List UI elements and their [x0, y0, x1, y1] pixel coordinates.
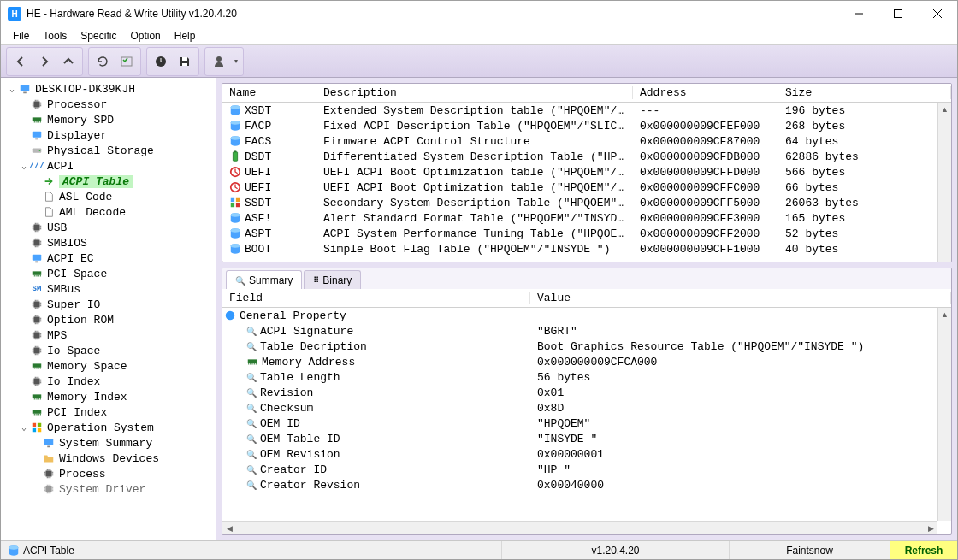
- tree-smbios[interactable]: SMBIOS: [1, 235, 216, 251]
- tree-aml-decode[interactable]: AML Decode: [1, 204, 216, 220]
- save-button[interactable]: [173, 50, 197, 74]
- detail-row[interactable]: Checksum0x8D: [222, 400, 951, 416]
- tree-io-index[interactable]: Io Index: [1, 374, 216, 389]
- detail-group[interactable]: General Property: [222, 308, 951, 323]
- horizontal-scrollbar[interactable]: ◀▶: [222, 521, 937, 534]
- col-value[interactable]: Value: [530, 292, 951, 304]
- tab-binary[interactable]: ⠿Binary: [304, 270, 361, 289]
- table-row[interactable]: DSDTDifferentiated System Description Ta…: [222, 149, 951, 164]
- table-row[interactable]: SSDTSecondary System Description Table (…: [222, 195, 951, 210]
- row-size: 62886 bytes: [778, 150, 951, 163]
- row-name: FACP: [245, 120, 271, 133]
- detail-row[interactable]: OEM Table ID"INSYDE ": [222, 431, 951, 446]
- up-button[interactable]: [56, 50, 80, 74]
- navigation-tree[interactable]: ⌄DESKTOP-DK39KJH Processor Memory SPD Di…: [1, 78, 216, 540]
- table-body[interactable]: XSDTExtended System Description table ("…: [222, 103, 951, 262]
- tree-physical-storage[interactable]: Physical Storage: [1, 143, 216, 158]
- table-row[interactable]: ASPTACPI System Performance Tuning Table…: [222, 226, 951, 241]
- row-icon: [229, 150, 241, 162]
- col-size[interactable]: Size: [778, 86, 951, 99]
- table-row[interactable]: FACPFixed ACPI Description Table ("HPQOE…: [222, 118, 951, 133]
- tree-memory-spd[interactable]: Memory SPD: [1, 112, 216, 127]
- detail-row[interactable]: Creator ID"HP ": [222, 462, 951, 477]
- tree-acpi-table[interactable]: ACPI Table: [1, 174, 216, 189]
- tab-summary[interactable]: Summary: [226, 270, 302, 289]
- caret-down-icon[interactable]: ⌄: [18, 422, 30, 433]
- tree-memory-index[interactable]: Memory Index: [1, 389, 216, 404]
- detail-row[interactable]: Revision0x01: [222, 385, 951, 400]
- user-button[interactable]: [207, 50, 231, 74]
- tree-memory-space[interactable]: Memory Space: [1, 358, 216, 374]
- tree-asl-code[interactable]: ASL Code: [1, 189, 216, 204]
- refresh-status-button[interactable]: Refresh: [890, 541, 957, 559]
- forward-button[interactable]: [33, 50, 56, 74]
- scroll-left-icon[interactable]: ◀: [222, 522, 236, 534]
- pci-icon: [31, 406, 43, 418]
- tree-io-space[interactable]: Io Space: [1, 343, 216, 358]
- scroll-up-icon[interactable]: ▲: [938, 103, 951, 116]
- tree-processor[interactable]: Processor: [1, 97, 216, 112]
- vertical-scrollbar[interactable]: ▲: [937, 103, 951, 262]
- menu-file[interactable]: File: [6, 28, 36, 44]
- acpi-icon: ///: [30, 160, 44, 172]
- tree-acpi[interactable]: ⌄///ACPI: [1, 158, 216, 174]
- tree-system-summary[interactable]: System Summary: [1, 435, 216, 451]
- tree-pci-index[interactable]: PCI Index: [1, 404, 216, 420]
- table-row[interactable]: UEFIUEFI ACPI Boot Optimization table ("…: [222, 180, 951, 195]
- tree-pci-space[interactable]: PCI Space: [1, 266, 216, 281]
- refresh-button[interactable]: [91, 50, 115, 74]
- caret-down-icon[interactable]: ⌄: [6, 84, 18, 94]
- user-dropdown-icon[interactable]: ▾: [231, 57, 241, 65]
- detail-row[interactable]: OEM Revision0x00000001: [222, 446, 951, 462]
- tree-root[interactable]: ⌄DESKTOP-DK39KJH: [1, 81, 216, 97]
- col-description[interactable]: Description: [316, 86, 633, 99]
- tree-operation-system[interactable]: ⌄Operation System: [1, 420, 216, 435]
- scroll-right-icon[interactable]: ▶: [924, 522, 937, 534]
- detail-row[interactable]: Memory Address0x000000009CFCA000: [222, 354, 951, 369]
- tree-acpi-ec[interactable]: ACPI EC: [1, 251, 216, 266]
- tree-super-io[interactable]: Super IO: [1, 297, 216, 312]
- memory-icon: [31, 114, 43, 126]
- minimize-button[interactable]: [839, 1, 878, 27]
- close-button[interactable]: [918, 1, 957, 27]
- detail-body[interactable]: General PropertyACPI Signature"BGRT"Tabl…: [222, 308, 951, 534]
- tree-usb[interactable]: USB: [1, 220, 216, 235]
- back-button[interactable]: [9, 50, 33, 74]
- detail-row[interactable]: Creator Revsion0x00040000: [222, 477, 951, 492]
- clock-button[interactable]: [149, 50, 173, 74]
- col-field[interactable]: Field: [222, 292, 530, 304]
- col-name[interactable]: Name: [222, 86, 316, 99]
- maximize-button[interactable]: [878, 1, 918, 27]
- row-name: DSDT: [245, 150, 271, 163]
- detail-row[interactable]: ACPI Signature"BGRT": [222, 323, 951, 339]
- tree-mps[interactable]: MPS: [1, 327, 216, 343]
- detail-row[interactable]: Table DecriptionBoot Graphics Resource T…: [222, 339, 951, 354]
- detail-row[interactable]: OEM ID"HPQOEM": [222, 416, 951, 431]
- tree-option-rom[interactable]: Option ROM: [1, 312, 216, 327]
- app-icon: H: [8, 7, 21, 21]
- tree-displayer[interactable]: Displayer: [1, 127, 216, 143]
- table-row[interactable]: ASF!Alert Standard Format Table ("HPQOEM…: [222, 210, 951, 226]
- table-row[interactable]: BOOTSimple Boot Flag Table ("HPQOEM"/"IN…: [222, 241, 951, 256]
- table-row[interactable]: XSDTExtended System Description table ("…: [222, 103, 951, 118]
- svg-point-25: [216, 56, 222, 62]
- caret-down-icon[interactable]: ⌄: [18, 161, 30, 171]
- svg-rect-23: [182, 57, 187, 61]
- checklist-button[interactable]: [115, 50, 139, 74]
- menu-tools[interactable]: Tools: [36, 28, 74, 44]
- col-address[interactable]: Address: [633, 86, 778, 99]
- detail-field: Creator Revsion: [260, 479, 360, 492]
- tree-system-driver[interactable]: System Driver: [1, 481, 216, 497]
- memory-icon: [246, 356, 258, 368]
- menu-help[interactable]: Help: [168, 28, 203, 44]
- tree-smbus[interactable]: SMSMBus: [1, 281, 216, 297]
- table-row[interactable]: FACSFirmware ACPI Control Structure0x000…: [222, 133, 951, 149]
- scroll-up-icon[interactable]: ▲: [938, 308, 951, 321]
- table-row[interactable]: UEFIUEFI ACPI Boot Optimization table ("…: [222, 164, 951, 180]
- detail-row[interactable]: Table Length56 bytes: [222, 369, 951, 385]
- menu-specific[interactable]: Specific: [74, 28, 123, 44]
- tree-windows-devices[interactable]: Windows Devices: [1, 451, 216, 466]
- menu-option[interactable]: Option: [123, 28, 167, 44]
- tree-process[interactable]: Process: [1, 466, 216, 481]
- vertical-scrollbar[interactable]: ▲: [937, 308, 951, 521]
